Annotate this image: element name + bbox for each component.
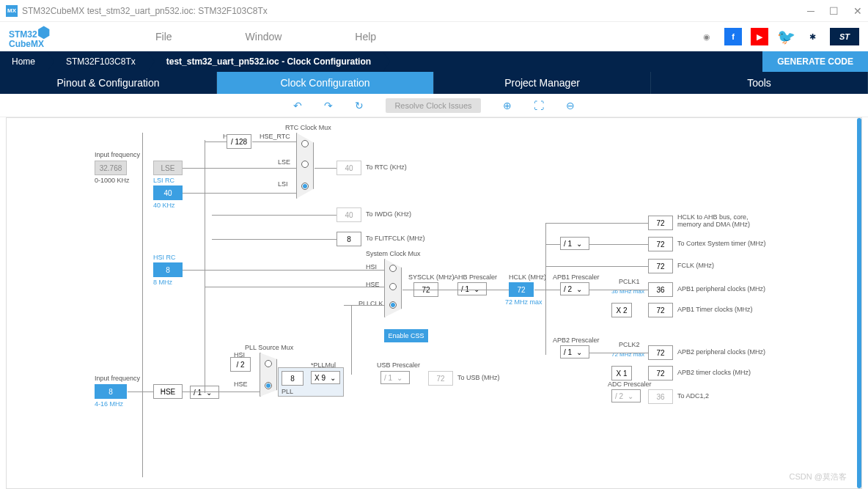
apb1-timer-label: APB1 Timer clocks (MHz) bbox=[677, 306, 753, 313]
line bbox=[545, 223, 546, 355]
pll-val: 8 bbox=[282, 371, 304, 386]
watermark: CSDN @莫浩客 bbox=[790, 471, 847, 482]
hsi-div2: / 2 bbox=[230, 357, 251, 372]
line bbox=[205, 287, 384, 287]
tab-pinout[interactable]: Pinout & Configuration bbox=[0, 72, 217, 94]
close-icon[interactable]: ✕ bbox=[853, 5, 862, 17]
window-title: STM32CubeMX test_stm32_uart_pn532.ioc: S… bbox=[22, 6, 807, 16]
apb1-prescaler-label: APB1 Prescaler bbox=[553, 273, 600, 281]
sys-mux-pllclk[interactable] bbox=[389, 301, 397, 309]
breadcrumb-device[interactable]: STM32F103C8Tx bbox=[54, 51, 147, 72]
rtc-mux-hse[interactable] bbox=[301, 140, 309, 147]
pll-source-mux[interactable] bbox=[260, 353, 277, 397]
twitter-icon[interactable]: 🐦 bbox=[777, 28, 795, 45]
apb1-timer-val: 72 bbox=[648, 303, 673, 317]
pll-hsi-label: HSI bbox=[234, 351, 245, 359]
iwdg-val: 40 bbox=[336, 207, 361, 222]
usb-val: 72 bbox=[428, 371, 453, 386]
logo: STM32⬢ CubeMX bbox=[9, 25, 53, 48]
enable-css-button[interactable]: Enable CSS bbox=[384, 329, 428, 342]
hse-freq-box[interactable]: 8 bbox=[95, 384, 127, 399]
line bbox=[351, 305, 352, 375]
rtc-mux-label: RTC Clock Mux bbox=[285, 124, 331, 131]
undo-icon[interactable]: ↶ bbox=[293, 100, 302, 111]
tab-clock[interactable]: Clock Configuration bbox=[217, 72, 434, 94]
line bbox=[252, 141, 296, 142]
lsi-rc-label: LSI RC bbox=[153, 177, 174, 184]
zoom-out-icon[interactable]: ⊖ bbox=[566, 100, 575, 111]
apb2-timer-val: 72 bbox=[648, 366, 673, 380]
ahb-div-select[interactable]: / 1 bbox=[457, 282, 487, 295]
line bbox=[589, 244, 648, 245]
maximize-icon[interactable]: ☐ bbox=[829, 5, 839, 17]
lsi-mux-label: LSI bbox=[278, 180, 288, 188]
generate-code-button[interactable]: GENERATE CODE bbox=[762, 51, 868, 72]
apb2-div-select[interactable]: / 1 bbox=[560, 345, 589, 359]
refresh-icon[interactable]: ↻ bbox=[355, 100, 364, 111]
usb-prescaler-label: USB Prescaler bbox=[377, 361, 420, 369]
hclk-ahb-val: 72 bbox=[648, 216, 673, 230]
tab-tools[interactable]: Tools bbox=[651, 72, 868, 94]
line bbox=[589, 290, 648, 290]
fclk-val: 72 bbox=[648, 259, 673, 273]
line bbox=[344, 305, 384, 306]
resolve-clock-button[interactable]: Resolve Clock Issues bbox=[386, 98, 480, 113]
pll-label: PLL bbox=[282, 388, 293, 395]
pll-mux-hse[interactable] bbox=[265, 382, 272, 389]
rtc-mux-lse[interactable] bbox=[301, 161, 309, 168]
line bbox=[212, 239, 336, 240]
pll-mul-label: *PLLMul bbox=[311, 361, 336, 369]
line bbox=[545, 266, 648, 267]
menu-file[interactable]: File bbox=[155, 31, 172, 43]
to-rtc-label: To RTC (KHz) bbox=[366, 163, 407, 171]
rtc-mux-lsi[interactable] bbox=[301, 183, 309, 190]
minimize-icon[interactable]: ─ bbox=[807, 5, 814, 17]
sys-clock-mux-label: System Clock Mux bbox=[366, 250, 421, 257]
hse-rtc-label: HSE_RTC bbox=[260, 133, 290, 140]
cortex-label: To Cortex System timer (MHz) bbox=[677, 240, 766, 247]
badge-icon[interactable]: ◉ bbox=[698, 28, 716, 45]
usb-div-select[interactable]: / 1 bbox=[380, 371, 410, 384]
breadcrumb-file[interactable]: test_stm32_uart_pn532.ioc - Clock Config… bbox=[155, 51, 383, 72]
line bbox=[212, 215, 336, 216]
clock-diagram-canvas[interactable]: Input frequency 32.768 0-1000 KHz LSE LS… bbox=[6, 117, 862, 489]
line bbox=[183, 391, 260, 392]
flitf-val: 8 bbox=[336, 232, 361, 246]
youtube-icon[interactable]: ▶ bbox=[751, 28, 768, 45]
pll-mux-hsi[interactable] bbox=[265, 360, 272, 367]
hclk-ahb-label: HCLK to AHB bus, core, memory and DMA (M… bbox=[677, 213, 765, 228]
fclk-label: FCLK (MHz) bbox=[677, 262, 714, 269]
lsi-val-box: 40 bbox=[153, 185, 183, 200]
zoom-in-icon[interactable]: ⊕ bbox=[503, 100, 512, 111]
menu-window[interactable]: Window bbox=[246, 31, 282, 43]
tab-project[interactable]: Project Manager bbox=[434, 72, 651, 94]
input-freq-label-2: Input frequency bbox=[95, 375, 140, 382]
line bbox=[205, 140, 205, 393]
hsi-unit: 8 MHz bbox=[153, 279, 172, 286]
fit-icon[interactable]: ⛶ bbox=[534, 100, 544, 111]
apb2-periph-label: APB2 peripheral clocks (MHz) bbox=[677, 348, 765, 356]
breadcrumb-home[interactable]: Home bbox=[0, 51, 47, 72]
st-logo-icon[interactable]: ST bbox=[830, 28, 859, 45]
redo-icon[interactable]: ↷ bbox=[324, 100, 333, 111]
pclk2-label: PCLK2 bbox=[619, 341, 640, 348]
hsi-rc-label: HSI RC bbox=[153, 254, 176, 261]
pll-mul-select[interactable]: X 9 bbox=[311, 371, 340, 384]
sys-pllclk-label: PLLCLK bbox=[358, 300, 383, 307]
apb2-periph-val: 72 bbox=[648, 345, 673, 360]
adc-prescaler-label: ADC Prescaler bbox=[608, 380, 652, 388]
network-icon[interactable]: ✱ bbox=[803, 28, 821, 45]
lsi-unit: 40 KHz bbox=[153, 202, 175, 209]
adc-label: To ADC1,2 bbox=[677, 392, 709, 400]
apb1-div-select[interactable]: / 2 bbox=[560, 282, 589, 295]
adc-div-select[interactable]: / 2 bbox=[611, 389, 641, 402]
menu-help[interactable]: Help bbox=[355, 31, 376, 43]
sys-mux-hse[interactable] bbox=[389, 283, 397, 290]
hclk-val[interactable]: 72 bbox=[509, 282, 534, 297]
to-iwdg-label: To IWDG (KHz) bbox=[366, 210, 411, 218]
line bbox=[315, 168, 336, 169]
cortex-div-select[interactable]: / 1 bbox=[560, 237, 589, 250]
sys-mux-hsi[interactable] bbox=[389, 265, 397, 272]
app-icon: MX bbox=[6, 5, 18, 17]
facebook-icon[interactable]: f bbox=[724, 28, 742, 45]
